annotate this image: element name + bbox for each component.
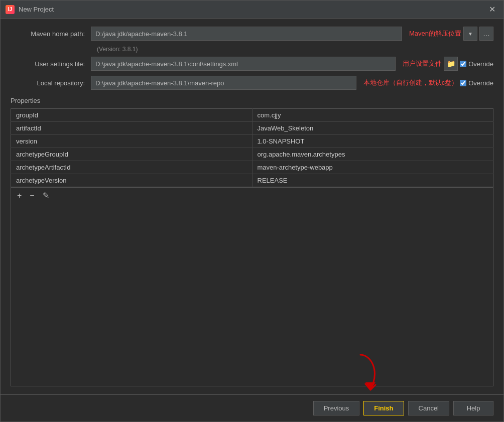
user-settings-override-checkbox[interactable] [460,61,466,67]
table-row[interactable]: groupIdcom.cjjy [11,109,493,122]
user-settings-input-wrapper: 用户设置文件 📁 Override [91,57,493,71]
cancel-button[interactable]: Cancel [408,401,449,415]
maven-home-input-wrapper: Maven的解压位置 ▼ … [91,27,493,41]
local-repo-input[interactable] [91,76,356,90]
properties-empty-area: + − ✎ [11,187,493,386]
property-value: org.apache.maven.archetypes [252,148,493,161]
property-key: artifactId [11,122,253,135]
maven-home-input[interactable] [91,27,402,41]
property-value: 1.0-SNAPSHOT [252,135,493,148]
app-icon: IJ [6,5,15,14]
edit-property-button[interactable]: ✎ [41,192,51,200]
user-settings-input[interactable] [91,57,396,71]
maven-home-row: Maven home path: Maven的解压位置 ▼ … [11,27,493,41]
maven-home-label: Maven home path: [11,30,91,38]
previous-button[interactable]: Previous [313,401,360,415]
help-button[interactable]: Help [453,401,493,415]
dialog-content: Maven home path: Maven的解压位置 ▼ … (Version… [1,19,503,394]
table-row[interactable]: archetypeVersionRELEASE [11,174,493,187]
remove-property-button[interactable]: − [28,192,36,200]
property-key: archetypeGroupId [11,148,253,161]
new-project-dialog: IJ New Project ✕ Maven home path: Maven的… [0,0,504,422]
table-row[interactable]: archetypeArtifactIdmaven-archetype-webap… [11,161,493,174]
local-repo-annotation: 本地仓库（自行创建，默认c盘） [363,78,458,87]
user-settings-annotation: 用户设置文件 [403,59,442,68]
maven-home-dropdown-button[interactable]: ▼ [463,27,477,41]
user-settings-row: User settings file: 用户设置文件 📁 Override [11,57,493,71]
user-settings-browse-button[interactable]: 📁 [444,57,458,71]
table-row[interactable]: version1.0-SNAPSHOT [11,135,493,148]
properties-table: groupIdcom.cjjyartifactIdJavaWeb_Skeleto… [11,108,493,187]
maven-home-annotation: Maven的解压位置 [409,29,461,38]
property-value: JavaWeb_Skeleton [252,122,493,135]
finish-button[interactable]: Finish [363,401,404,415]
property-key: groupId [11,109,253,122]
property-value: RELEASE [252,174,493,187]
local-repo-override-checkbox[interactable] [460,80,466,86]
property-value: maven-archetype-webapp [252,161,493,174]
local-repo-override-wrapper: Override [460,79,493,87]
property-value: com.cjjy [252,109,493,122]
close-button[interactable]: ✕ [486,4,498,15]
local-repo-row: Local repository: 本地仓库（自行创建，默认c盘） Overri… [11,76,493,90]
dialog-footer: Previous Finish Cancel Help [1,394,503,421]
local-repo-input-wrapper: 本地仓库（自行创建，默认c盘） Override [91,76,493,90]
table-row[interactable]: artifactIdJavaWeb_Skeleton [11,122,493,135]
properties-section-title: Properties [11,97,493,104]
dialog-title: New Project [19,6,486,13]
user-settings-override-label: Override [468,60,493,68]
maven-version-text: (Version: 3.8.1) [97,46,493,53]
property-key: archetypeVersion [11,174,253,187]
user-settings-label: User settings file: [11,60,91,68]
property-key: archetypeArtifactId [11,161,253,174]
property-key: version [11,135,253,148]
local-repo-override-label: Override [468,79,493,87]
properties-actions: + − ✎ [11,188,493,204]
user-settings-override-wrapper: Override [460,60,493,68]
table-row[interactable]: archetypeGroupIdorg.apache.maven.archety… [11,148,493,161]
add-property-button[interactable]: + [15,192,24,200]
title-bar: IJ New Project ✕ [1,1,503,19]
local-repo-label: Local repository: [11,79,91,87]
maven-home-browse-button[interactable]: … [479,27,493,41]
